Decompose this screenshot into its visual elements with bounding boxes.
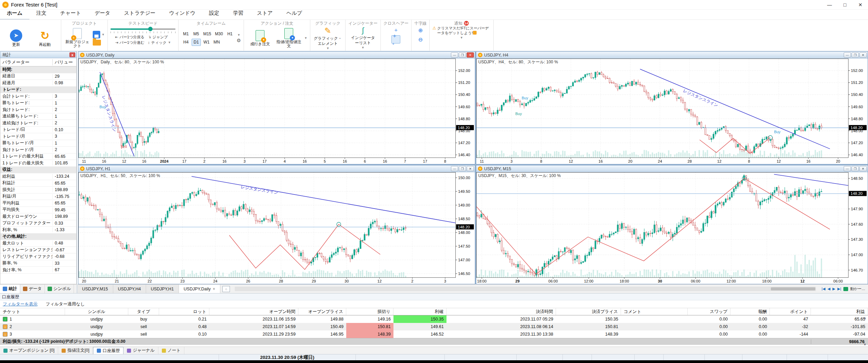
timeframe-button-H4[interactable]: H4 <box>181 39 191 46</box>
chart-close-button[interactable]: ✕ <box>859 52 867 58</box>
timeframe-button-H1[interactable]: H1 <box>225 30 235 38</box>
chart-window-usdjpy-m15[interactable]: USDJPY, M15 — ❐ ✕ 148.50147.90147.60147.… <box>476 165 868 284</box>
zoom-out-icon[interactable]: ⊖ <box>416 35 425 43</box>
history-column-header[interactable]: 利益 <box>811 308 868 315</box>
market-order-button[interactable]: ● 成行き注文 <box>247 30 273 46</box>
chart-window-usdjpy-daily[interactable]: USDJPY, Daily — ❐ ✕ BuySellレジスタンスライン152.… <box>78 51 475 164</box>
chart-restore-button[interactable]: ❐ <box>459 166 466 171</box>
chart-plot-usdjpy-h1[interactable]: レジスタンスライン150.00149.50149.00148.50148.001… <box>78 172 475 284</box>
bottom-tab-4[interactable]: ジャーナル <box>124 347 158 354</box>
chart-restore-button[interactable]: ❐ <box>852 166 859 171</box>
timeframe-button-M15[interactable]: M15 <box>202 30 212 38</box>
prev-chart-button[interactable]: ◀ <box>827 287 830 291</box>
history-column-header[interactable]: コメント <box>621 308 688 315</box>
history-column-header[interactable]: 決済プライス <box>556 308 621 315</box>
history-column-header[interactable]: タイプ <box>128 308 159 315</box>
update-button[interactable]: ➤ 更新 <box>3 29 29 47</box>
tab-extra-label[interactable]: 動かー… <box>850 286 865 291</box>
close-panel-button[interactable]: x <box>69 52 75 57</box>
jump-button[interactable]: ↴ジャンプ <box>148 34 171 40</box>
chevron-down-icon[interactable]: ▼ <box>304 36 307 40</box>
menu-item-4[interactable]: データ <box>88 8 117 20</box>
chart-tab-4[interactable]: USDJPY,Daily× <box>179 285 220 293</box>
menu-item-8[interactable]: 学習 <box>226 8 250 20</box>
history-row[interactable]: ↑1usdjpybuy0.212023.11.06 15:59149.88149… <box>0 315 868 323</box>
history-column-header[interactable]: 報酬 <box>730 308 770 315</box>
chart-window-usdjpy-h1[interactable]: USDJPY, H1 — ❐ ✕ レジスタンスライン150.00149.5014… <box>78 165 475 284</box>
save-project-icon[interactable] <box>93 31 100 38</box>
panel-tab-3[interactable]: シンボル <box>45 285 74 293</box>
chevron-down-icon[interactable]: ▼ <box>102 33 105 36</box>
chart-tab-1[interactable]: USDJPY,M15 <box>77 285 113 293</box>
bottom-tab-1[interactable]: オープンポジション [0] <box>0 347 58 354</box>
step-forward-button[interactable]: ⇥バー1つ分進む <box>115 40 144 45</box>
timeframe-button-D1[interactable]: D1 <box>192 39 201 46</box>
open-project-icon[interactable] <box>93 40 101 46</box>
chart-list-icon[interactable] <box>843 287 848 291</box>
chart-close-button[interactable]: ✕ <box>467 166 474 171</box>
menu-item-9[interactable]: ストア <box>250 8 280 20</box>
bottom-tab-2[interactable]: 指値注文[0] <box>58 347 93 354</box>
history-column-header[interactable]: チケット <box>0 308 65 315</box>
chart-title-bar[interactable]: USDJPY, H1 — ❐ ✕ <box>78 165 475 172</box>
history-scrollbar[interactable]: ▲▼ <box>863 316 867 346</box>
test-speed-slider[interactable] <box>111 27 176 32</box>
scroll-up-icon[interactable]: ▲ <box>864 316 867 320</box>
menu-item-6[interactable]: ウィンドウ <box>162 8 202 20</box>
chart-title-bar[interactable]: USDJPY, M15 — ❐ ✕ <box>476 165 868 172</box>
chart-close-button[interactable]: ✕ <box>859 166 867 171</box>
history-column-header[interactable]: 決済時間 <box>446 308 556 315</box>
history-column-header[interactable]: シンボル <box>65 308 128 315</box>
scrollbar-thumb[interactable] <box>771 287 815 290</box>
menu-item-1[interactable]: ホーム <box>0 8 29 20</box>
chart-restore-button[interactable]: ❐ <box>852 52 859 58</box>
chart-plot-usdjpy-daily[interactable]: BuySellレジスタンスライン152.00151.20150.40149.60… <box>78 59 475 164</box>
chart-tabs-scrollbar[interactable] <box>235 287 816 291</box>
history-column-header[interactable]: 利確 <box>393 308 446 315</box>
timeframe-button-M5[interactable]: M5 <box>192 30 201 38</box>
chart-minimize-button[interactable]: — <box>844 166 851 171</box>
notification-message[interactable]: ⚠ クリスマスだ!FTにスーパーデータをゲットしよう! <box>432 26 491 35</box>
chart-plot-usdjpy-m15[interactable]: 148.50147.90147.60147.30147.00146.70148.… <box>476 172 868 284</box>
history-column-header[interactable]: ポイント <box>770 308 811 315</box>
crosshair-sync-button[interactable]: ＋₊ <box>391 35 400 43</box>
menu-item-3[interactable]: チャート <box>53 8 88 20</box>
last-chart-button[interactable]: ▶| <box>837 287 841 291</box>
history-column-header[interactable]: オープン時間 <box>209 308 298 315</box>
history-column-header[interactable]: ロット <box>159 308 209 315</box>
menu-item-7[interactable]: 設定 <box>202 8 226 20</box>
timeframe-settings-icon[interactable]: ⚙ <box>237 38 241 43</box>
graphic-elements-button[interactable]: グラフィック・エレメント <box>313 36 342 46</box>
close-tab-icon[interactable]: × <box>213 287 215 291</box>
chevron-down-icon[interactable]: ▼ <box>326 47 329 50</box>
panel-tab-2[interactable]: データ <box>20 285 45 293</box>
window-close-button[interactable]: ✕ <box>853 0 868 10</box>
timeframe-button-M1[interactable]: M1 <box>181 30 191 38</box>
chart-tab-2[interactable]: USDJPY,H4 <box>113 285 146 293</box>
window-minimize-button[interactable]: — <box>822 0 837 10</box>
step-back-button[interactable]: ⇤バー1つ分戻る <box>115 34 144 40</box>
chevron-down-icon[interactable]: ▼ <box>237 33 240 37</box>
chart-minimize-button[interactable]: — <box>451 52 458 58</box>
scroll-down-icon[interactable]: ▼ <box>864 343 867 346</box>
chart-plot-usdjpy-h4[interactable]: BuyBuyBuyレジスタンスライン152.00151.20150.40149.… <box>476 59 868 164</box>
menu-item-5[interactable]: ストラテジー <box>117 8 162 20</box>
chevron-down-icon[interactable]: ▼ <box>361 46 364 49</box>
bottom-tab-3[interactable]: 口座履歴 <box>93 347 124 354</box>
history-row[interactable]: ↓3usdjpysell0.102023.11.29 23:59146.9514… <box>0 330 868 338</box>
chart-minimize-button[interactable]: — <box>844 52 851 58</box>
chart-restore-button[interactable]: ❐ <box>459 52 466 58</box>
timeframe-button-M30[interactable]: M30 <box>213 30 224 38</box>
history-column-header[interactable]: スワップ <box>688 308 730 315</box>
chevron-down-icon[interactable]: ▼ <box>460 36 463 39</box>
chart-tab-3[interactable]: USDJPY,H1 <box>146 285 179 293</box>
indicator-list-button[interactable]: インジケーターリスト <box>349 35 377 46</box>
chart-title-bar[interactable]: USDJPY, Daily — ❐ ✕ <box>78 52 475 59</box>
chart-window-usdjpy-h4[interactable]: USDJPY, H4 — ❐ ✕ BuyBuyBuyレジスタンスライン152.0… <box>476 51 868 164</box>
next-chart-button[interactable]: ▶ <box>832 287 835 291</box>
pending-order-button[interactable]: ● 指値/逆指値注文 <box>275 28 302 48</box>
zoom-in-icon[interactable]: ⊕ <box>416 26 425 34</box>
history-column-header[interactable]: 損切り <box>346 308 393 315</box>
expand-icon[interactable]: ⁘ <box>222 286 230 292</box>
tick-button[interactable]: ↕ティック▼ <box>148 40 171 45</box>
